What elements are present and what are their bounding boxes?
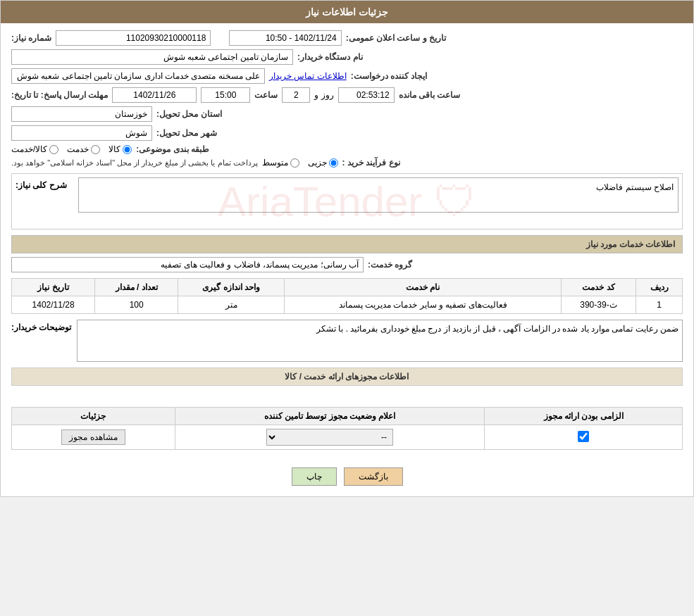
radio-motevaset-label: متوسط bbox=[262, 158, 288, 168]
gorohe-khedmat-label: گروه خدمت: bbox=[368, 260, 412, 270]
permissions-table-body: -- مشاهده مجوز bbox=[12, 425, 683, 450]
radio-motevaset-input[interactable] bbox=[290, 158, 299, 168]
radio-motevaset: متوسط bbox=[262, 158, 299, 168]
noe-description: پرداخت تمام یا بخشی از مبلغ خریدار از مح… bbox=[11, 158, 258, 168]
khadamat-section-header: اطلاعات خدمات مورد نیاز bbox=[11, 235, 683, 253]
tawzih-row: ضمن رعایت تمامی موارد یاد شده در الزامات… bbox=[11, 320, 683, 362]
ostan-tahvil-label: استان محل تحویل: bbox=[156, 109, 222, 119]
cell-radif: 1 bbox=[636, 296, 683, 314]
mojozha-section-header: اطلاعات مجوزهای ارائه خدمت / کالا bbox=[11, 367, 683, 386]
radio-kala-input[interactable] bbox=[123, 145, 132, 154]
ijad-konande-label: ایجاد کننده درخواست: bbox=[351, 71, 428, 81]
back-button[interactable]: بازگشت bbox=[344, 467, 403, 486]
mohlat-roz-label: روز و bbox=[314, 90, 333, 100]
row-noe-farayand: نوع فرآیند خرید : متوسط جزیی پرداخت تمام… bbox=[11, 158, 683, 168]
ostan-tahvil-value: خوزستان bbox=[11, 106, 152, 122]
row-gorohe-khedmat: گروه خدمت: آب رسانی؛ مدیریت پسماند، فاضل… bbox=[11, 257, 683, 272]
row-mohlat: ساعت باقی مانده 02:53:12 روز و 2 ساعت 15… bbox=[11, 87, 683, 103]
row-tabaqe: طبقه بندی موضوعی: کالا/خدمت خدمت کالا bbox=[11, 144, 683, 154]
cell-tedad: 100 bbox=[95, 296, 178, 314]
row-shomare-tarikh: تاریخ و ساعت اعلان عمومی: 1402/11/24 - 1… bbox=[11, 30, 683, 46]
perm-table-row: -- مشاهده مجوز bbox=[12, 425, 683, 450]
mohlat-roz-value: 2 bbox=[282, 87, 310, 103]
row-ostan: استان محل تحویل: خوزستان bbox=[11, 106, 683, 122]
shomare-niaz-label: شماره نیاز: bbox=[11, 33, 51, 43]
perm-cell-elam: -- bbox=[175, 425, 485, 450]
mohlat-saat-mande-value: 02:53:12 bbox=[338, 87, 395, 103]
permissions-table-header: الزامی بودن ارائه مجوز اعلام وضعیت مجوز … bbox=[12, 408, 683, 425]
services-table-header: ردیف کد خدمت نام خدمت واحد اندازه گیری ت… bbox=[12, 279, 683, 296]
row-name-dastgah: نام دستگاه خریدار: سازمان تامین اجتماعی … bbox=[11, 49, 683, 65]
perm-cell-joziyat: مشاهده مجوز bbox=[12, 425, 175, 450]
radio-khedmat-label: خدمت bbox=[67, 144, 89, 154]
perm-col-elzami: الزامی بودن ارائه مجوز bbox=[485, 408, 683, 425]
bottom-buttons: بازگشت چاپ bbox=[1, 457, 693, 496]
shahr-tahvil-label: شهر محل تحویل: bbox=[156, 128, 217, 138]
tabaqe-radio-group: کالا/خدمت خدمت کالا bbox=[11, 144, 132, 154]
cell-tarikh: 1402/11/28 bbox=[12, 296, 95, 314]
radio-kala-khedmat-input[interactable] bbox=[49, 145, 58, 154]
print-button[interactable]: چاپ bbox=[292, 467, 337, 486]
gorohe-khedmat-value: آب رسانی؛ مدیریت پسماند، فاضلاب و فعالیت… bbox=[11, 257, 364, 272]
name-dastgah-value: سازمان تامین اجتماعی شعبه شوش bbox=[11, 49, 293, 65]
noe-farayand-label: نوع فرآیند خرید : bbox=[342, 158, 400, 168]
col-vahed: واحد اندازه گیری bbox=[178, 279, 285, 296]
permissions-table: الزامی بودن ارائه مجوز اعلام وضعیت مجوز … bbox=[11, 407, 683, 450]
mohlat-label: مهلت ارسال پاسخ: تا تاریخ: bbox=[11, 90, 108, 100]
sharh-value: اصلاح سیستم فاضلاب bbox=[78, 177, 678, 213]
row-shahr: شهر محل تحویل: شوش bbox=[11, 125, 683, 141]
mohlat-saat-label: ساعت bbox=[254, 90, 278, 100]
page-header: جزئیات اطلاعات نیاز bbox=[1, 1, 693, 23]
sharh-label: شرح کلی نیاز: bbox=[16, 177, 67, 190]
radio-jazee-label: جزیی bbox=[308, 158, 327, 168]
shahr-tahvil-value: شوش bbox=[11, 125, 152, 141]
elam-select[interactable]: -- bbox=[266, 429, 393, 446]
sharh-row: اصلاح سیستم فاضلاب شرح کلی نیاز: bbox=[16, 177, 678, 213]
shomare-niaz-value: 11020930210000118 bbox=[56, 30, 211, 46]
sharh-content-area: اصلاح سیستم فاضلاب bbox=[78, 177, 678, 213]
ettelaat-tamas-link[interactable]: اطلاعات تماس خریدار bbox=[269, 71, 347, 81]
services-table-body: 1 ث-39-390 فعالیت‌های تصفیه و سایر خدمات… bbox=[12, 296, 683, 314]
perm-col-elam: اعلام وضعیت مجوز توسط تامین کننده bbox=[175, 408, 485, 425]
spacer bbox=[11, 389, 683, 403]
page-wrapper: جزئیات اطلاعات نیاز تاریخ و ساعت اعلان ع… bbox=[0, 0, 694, 497]
radio-khedmat: خدمت bbox=[67, 144, 100, 154]
table-row: 1 ث-39-390 فعالیت‌های تصفیه و سایر خدمات… bbox=[12, 296, 683, 314]
row-ijad-konande: ایجاد کننده درخواست: اطلاعات تماس خریدار… bbox=[11, 68, 683, 84]
tawzih-value: ضمن رعایت تمامی موارد یاد شده در الزامات… bbox=[77, 320, 683, 362]
mohlat-saat-value: 15:00 bbox=[201, 87, 250, 103]
col-name: نام خدمت bbox=[285, 279, 561, 296]
view-mojoz-button[interactable]: مشاهده مجوز bbox=[61, 429, 125, 445]
perm-cell-elzami bbox=[485, 425, 683, 450]
radio-kala-khedmat: کالا/خدمت bbox=[11, 144, 58, 154]
content-area: تاریخ و ساعت اعلان عمومی: 1402/11/24 - 1… bbox=[1, 23, 693, 457]
mohlat-saat-mande-label: ساعت باقی مانده bbox=[399, 90, 461, 100]
cell-name: فعالیت‌های تصفیه و سایر خدمات مدیریت پسم… bbox=[285, 296, 561, 314]
radio-jazee: جزیی bbox=[308, 158, 338, 168]
radio-khedmat-input[interactable] bbox=[91, 145, 100, 154]
perm-col-joziyat: جزئیات bbox=[12, 408, 175, 425]
radio-kala: کالا bbox=[109, 144, 132, 154]
tarikh-elan-label: تاریخ و ساعت اعلان عمومی: bbox=[346, 33, 446, 43]
sharh-section: 🛡 AriaTender اصلاح سیستم فاضلاب شرح کلی … bbox=[11, 173, 683, 230]
radio-kala-khedmat-label: کالا/خدمت bbox=[11, 144, 47, 154]
radio-kala-label: کالا bbox=[109, 144, 120, 154]
mohlat-date-value: 1402/11/26 bbox=[112, 87, 197, 103]
noe-radio-group: متوسط جزیی bbox=[262, 158, 338, 168]
radio-jazee-input[interactable] bbox=[329, 158, 338, 168]
col-code: کد خدمت bbox=[561, 279, 636, 296]
elzami-checkbox[interactable] bbox=[578, 431, 589, 442]
tarikh-elan-value: 1402/11/24 - 10:50 bbox=[229, 30, 342, 46]
col-tedad: تعداد / مقدار bbox=[95, 279, 178, 296]
ijad-konande-value: علی مسخنه متصدی خدمات اداری سازمان تامین… bbox=[11, 68, 265, 84]
services-table: ردیف کد خدمت نام خدمت واحد اندازه گیری ت… bbox=[11, 278, 683, 314]
tawzih-label: توضیحات خریدار: bbox=[11, 320, 71, 332]
col-radif: ردیف bbox=[636, 279, 683, 296]
page-title: جزئیات اطلاعات نیاز bbox=[306, 6, 388, 18]
tabaqe-label: طبقه بندی موضوعی: bbox=[136, 144, 209, 154]
cell-code: ث-39-390 bbox=[561, 296, 636, 314]
col-tarikh: تاریخ نیاز bbox=[12, 279, 95, 296]
name-dastgah-label: نام دستگاه خریدار: bbox=[297, 52, 363, 62]
cell-vahed: متر bbox=[178, 296, 285, 314]
